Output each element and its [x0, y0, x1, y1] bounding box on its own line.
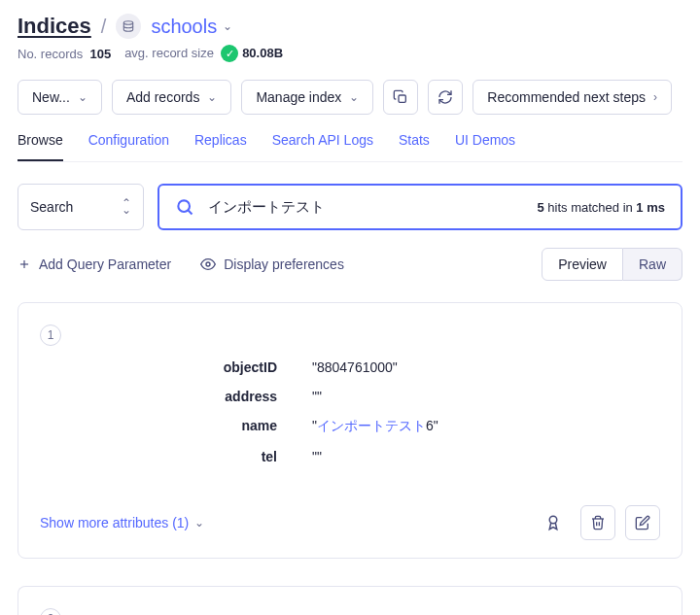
options-row: Add Query Parameter Display preferences …	[18, 248, 682, 281]
delete-record-button[interactable]	[580, 505, 615, 540]
svg-point-6	[206, 262, 210, 266]
raw-toggle[interactable]: Raw	[623, 248, 682, 281]
trash-icon	[590, 515, 606, 530]
tab-configuration[interactable]: Configuration	[88, 132, 169, 161]
hits-info: 5 hits matched in 1 ms	[537, 200, 665, 215]
show-more-attributes-link[interactable]: Show more attributes (1)⌄	[40, 515, 204, 530]
display-preferences-link[interactable]: Display preferences	[200, 256, 344, 272]
view-toggle: Preview Raw	[542, 248, 682, 281]
chevron-down-icon: ⌄	[223, 19, 232, 33]
recommended-steps-button[interactable]: Recommended next steps›	[472, 80, 672, 115]
search-row: Search ⌃⌄ 5 hits matched in 1 ms	[18, 184, 682, 230]
check-icon: ✓	[221, 45, 238, 62]
chevron-down-icon: ⌄	[207, 90, 217, 104]
record-number-badge: 1	[40, 325, 61, 346]
breadcrumb-indices-link[interactable]: Indices	[18, 14, 91, 39]
tab-ui-demos[interactable]: UI Demos	[455, 132, 515, 161]
manage-index-button[interactable]: Manage index⌄	[241, 80, 373, 115]
add-query-parameter-link[interactable]: Add Query Parameter	[18, 256, 171, 272]
attr-key: name	[40, 418, 312, 435]
tab-search-api-logs[interactable]: Search API Logs	[272, 132, 373, 161]
attr-value: "インポートテスト6"	[312, 418, 660, 435]
attr-key: objectID	[40, 359, 312, 375]
preview-toggle[interactable]: Preview	[542, 248, 623, 281]
search-mode-selector[interactable]: Search ⌃⌄	[18, 184, 144, 230]
chevron-down-icon: ⌄	[349, 90, 359, 104]
copy-icon	[393, 89, 408, 105]
eye-icon	[200, 256, 216, 272]
record-number-badge: 2	[40, 608, 61, 615]
search-input[interactable]	[208, 199, 523, 216]
svg-point-2	[178, 200, 190, 212]
index-selector[interactable]: schools ⌄	[151, 16, 232, 38]
chevron-down-icon: ⌄	[194, 516, 204, 530]
new-button[interactable]: New...⌄	[18, 80, 102, 115]
edit-icon	[635, 515, 650, 530]
toolbar: New...⌄ Add records⌄ Manage index⌄ Recom…	[18, 80, 682, 115]
search-icon	[175, 197, 194, 217]
refresh-icon	[438, 89, 453, 105]
refresh-button[interactable]	[428, 80, 463, 115]
attr-key: tel	[40, 449, 312, 464]
svg-line-3	[188, 210, 192, 214]
tab-stats[interactable]: Stats	[399, 132, 430, 161]
sort-arrows-icon: ⌃⌄	[122, 200, 131, 213]
chevron-right-icon: ›	[653, 90, 657, 104]
ranking-info-button[interactable]	[536, 505, 571, 540]
breadcrumb-separator: /	[101, 16, 107, 38]
add-records-button[interactable]: Add records⌄	[112, 80, 231, 115]
tabs-nav: Browse Configuration Replicas Search API…	[18, 132, 682, 162]
attr-key: address	[40, 389, 312, 404]
attr-value: "8804761000"	[312, 359, 660, 375]
index-stats: No. records 105 avg. record size ✓80.08B	[18, 45, 682, 62]
svg-point-0	[124, 21, 133, 25]
attr-value: ""	[312, 389, 660, 404]
ribbon-icon	[544, 514, 562, 531]
attr-value: ""	[312, 449, 660, 464]
copy-button[interactable]	[383, 80, 418, 115]
record-card: 2 objectID "8804760000"	[18, 586, 682, 615]
search-box: 5 hits matched in 1 ms	[158, 184, 682, 230]
plus-icon	[18, 257, 31, 271]
index-type-icon	[116, 14, 141, 39]
svg-rect-1	[399, 95, 405, 102]
tab-replicas[interactable]: Replicas	[194, 132, 247, 161]
tab-browse[interactable]: Browse	[18, 132, 63, 161]
page-header: Indices / schools ⌄	[18, 14, 682, 39]
edit-record-button[interactable]	[625, 505, 660, 540]
record-card: 1 objectID "8804761000" address "" name …	[18, 302, 682, 559]
svg-point-7	[549, 516, 557, 524]
chevron-down-icon: ⌄	[78, 90, 88, 104]
